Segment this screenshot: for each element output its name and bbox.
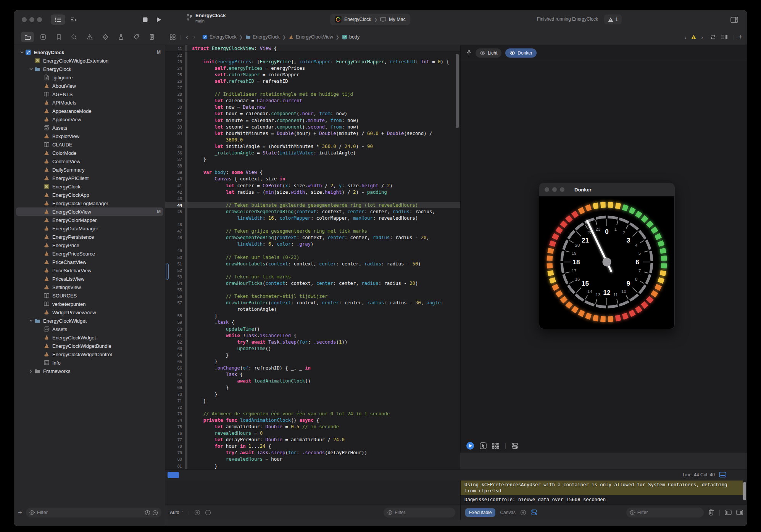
compose-button[interactable] <box>68 14 80 25</box>
code-line[interactable]: 80 revealedHours = hour <box>165 456 460 463</box>
navigator-tab-search[interactable] <box>68 32 81 42</box>
minimize-window-button[interactable] <box>29 17 34 22</box>
code-line[interactable]: 52 <box>165 267 460 273</box>
line-number[interactable]: 50 <box>165 255 185 260</box>
console-scope-executable[interactable]: Executable <box>465 508 495 517</box>
line-number[interactable]: 38 <box>165 164 185 168</box>
code-line[interactable]: 51 drawHourLabels(context: context, cent… <box>165 260 460 267</box>
line-number[interactable]: 45 <box>165 209 185 214</box>
tree-row[interactable]: CLAUDE <box>14 140 165 149</box>
line-number[interactable]: 31 <box>165 111 185 116</box>
line-number[interactable]: 68 <box>165 379 185 383</box>
code-line[interactable]: 77 let delayPerHour: Double = animatieDu… <box>165 437 460 443</box>
tree-row[interactable]: WidgetPreviewView <box>14 308 165 317</box>
tree-row[interactable]: EnergyPersistence <box>14 233 165 241</box>
console-scrollbar[interactable] <box>743 482 746 500</box>
code-line[interactable]: 54 drawHourTicks(context: context, cente… <box>165 280 460 286</box>
code-line[interactable]: 71 } <box>165 397 460 404</box>
sidebar-toggle-button[interactable] <box>51 14 65 25</box>
scheme-selector[interactable]: EnergyClock ❯ My Mac <box>330 14 410 25</box>
tree-row[interactable]: SOURCES <box>14 291 165 300</box>
source-control-change-bar[interactable] <box>166 264 169 280</box>
line-number[interactable]: 81 <box>165 464 185 468</box>
code-line[interactable]: 60 updateTime() <box>165 326 460 332</box>
code-line[interactable]: 59 .task { <box>165 319 460 326</box>
chevron-closed-icon[interactable] <box>28 370 34 373</box>
code-line[interactable]: 75 let animatieDuur: Double = 0.5 // in … <box>165 423 460 430</box>
code-line[interactable]: 27 <box>165 85 460 91</box>
code-line[interactable]: 68 await loadAnimationClock() <box>165 378 460 384</box>
line-number[interactable]: 76 <box>165 431 185 436</box>
code-line[interactable]: 38 <box>165 163 460 169</box>
code-line[interactable]: 53 // Teken uur tick marks <box>165 273 460 280</box>
tree-row[interactable]: .gitignore <box>14 73 165 82</box>
navigator-tab-report[interactable] <box>145 32 158 42</box>
line-number[interactable]: 71 <box>165 399 185 403</box>
line-number[interactable]: 65 <box>165 359 185 364</box>
code-line[interactable]: lineWidth: 16, colorMapper: colorMapper,… <box>165 215 460 221</box>
code-line[interactable]: 72 <box>165 404 460 410</box>
code-line[interactable]: 57 drawTimePointer(context: context, cen… <box>165 300 460 306</box>
recent-files-icon[interactable] <box>145 510 150 516</box>
chevron-open-icon[interactable] <box>28 320 34 322</box>
tree-row[interactable]: ColorMode <box>14 149 165 157</box>
code-line[interactable]: 32 let minute = calendar.component(.minu… <box>165 117 460 124</box>
scm-filter-icon[interactable] <box>152 510 158 516</box>
tree-row[interactable]: PricesListView <box>14 275 165 283</box>
code-line[interactable]: 55 <box>165 286 460 293</box>
line-number[interactable]: 24 <box>165 66 185 71</box>
tree-row[interactable]: AppearanceMode <box>14 107 165 115</box>
code-line[interactable]: 39 var body: some View { <box>165 169 460 176</box>
code-line[interactable]: 43 <box>165 195 460 202</box>
navigator-tab-flask[interactable] <box>114 32 127 42</box>
line-number[interactable]: 66 <box>165 366 185 370</box>
code-line[interactable]: 63 updateTime() <box>165 345 460 352</box>
navigator-tab-folder[interactable] <box>21 32 34 42</box>
line-number[interactable]: 33 <box>165 125 185 129</box>
tree-row[interactable]: EnergyClockM <box>14 48 165 56</box>
code-line[interactable]: 3600.0 <box>165 137 460 143</box>
tree-row[interactable]: EnergyClockViewM <box>14 207 165 216</box>
line-number[interactable]: 40 <box>165 177 185 181</box>
code-line[interactable]: 37 } <box>165 156 460 163</box>
code-line[interactable]: 25 self.colorMapper = colorMapper <box>165 71 460 78</box>
line-number[interactable]: 34 <box>165 131 185 136</box>
code-line[interactable]: 78 for hour in 1...24 { <box>165 443 460 450</box>
tree-row[interactable]: EnergyClockWidgetBundle <box>14 342 165 350</box>
navigator-tab-warning[interactable] <box>83 32 96 42</box>
code-line[interactable]: 65 } <box>165 358 460 365</box>
tree-row[interactable]: AppIconView <box>14 115 165 124</box>
console-gauge-icon[interactable] <box>520 509 526 516</box>
line-number[interactable]: 37 <box>165 157 185 162</box>
add-editor-button[interactable]: + <box>738 33 742 41</box>
navigator-tab-square-x[interactable] <box>37 32 50 42</box>
breadcrumb-item[interactable]: EnergyClock <box>202 34 237 40</box>
line-number[interactable]: 29 <box>165 98 185 103</box>
tree-row[interactable]: BoxplotView <box>14 132 165 140</box>
tree-row[interactable]: EnergyClock <box>14 65 165 73</box>
console-log-entry[interactable]: Dagwisselcontrole: nieuwe data over 1560… <box>461 495 743 504</box>
code-line[interactable]: 28 // Initialiseer rotationAngle met de … <box>165 91 460 98</box>
tree-row[interactable]: Info <box>14 358 165 367</box>
line-number[interactable]: 67 <box>165 372 185 377</box>
code-line[interactable]: 69 } <box>165 384 460 391</box>
console-log-entry[interactable]: Using kCFPreferencesAnyUser with a conta… <box>461 481 743 495</box>
add-file-button[interactable]: + <box>18 508 22 517</box>
code-line[interactable]: 46 <box>165 222 460 228</box>
line-number[interactable]: 77 <box>165 437 185 442</box>
live-preview-button[interactable] <box>466 442 474 450</box>
tree-row[interactable]: AboutView <box>14 82 165 90</box>
code-line[interactable]: lineWidth: 6, color: .gray) <box>165 241 460 248</box>
line-number[interactable]: 28 <box>165 92 185 96</box>
code-line[interactable]: 50 // Teken uur labels (0-23) <box>165 254 460 260</box>
tree-row[interactable]: EnergyClockWidgetControl <box>14 350 165 358</box>
back-button[interactable]: ‹ <box>186 34 188 40</box>
line-number[interactable]: 59 <box>165 320 185 325</box>
code-line[interactable]: 45 drawColoredSegmentedRing(context: con… <box>165 208 460 215</box>
tree-row[interactable]: ContentView <box>14 157 165 166</box>
tree-row[interactable]: AGENTS <box>14 90 165 98</box>
line-number[interactable]: 73 <box>165 411 185 416</box>
line-number[interactable]: 36 <box>165 151 185 155</box>
line-number[interactable]: 55 <box>165 288 185 292</box>
tree-row[interactable]: EnergyDataManager <box>14 224 165 233</box>
